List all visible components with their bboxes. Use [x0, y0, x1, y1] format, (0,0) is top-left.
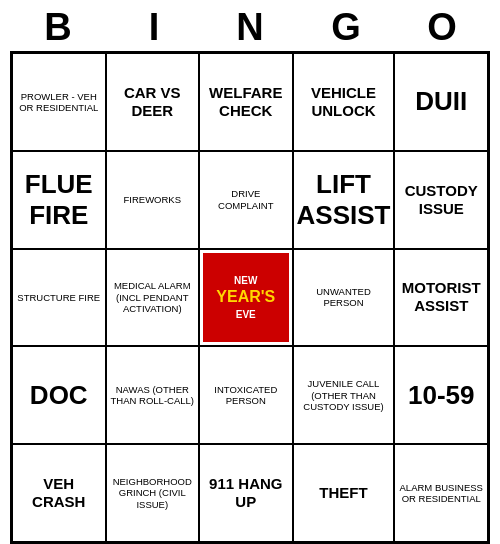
- cell-5[interactable]: FLUE FIRE: [12, 151, 106, 249]
- cell-11[interactable]: MEDICAL ALARM (INCL PENDANT ACTIVATION): [106, 249, 200, 347]
- cell-3[interactable]: VEHICLE UNLOCK: [293, 53, 395, 151]
- cell-18[interactable]: JUVENILE CALL (OTHER THAN CUSTODY ISSUE): [293, 346, 395, 444]
- cell-10[interactable]: STRUCTURE FIRE: [12, 249, 106, 347]
- cell-22[interactable]: 911 HANG UP: [199, 444, 293, 542]
- letter-b: B: [18, 6, 98, 49]
- cell-8[interactable]: LIFT ASSIST: [293, 151, 395, 249]
- cell-19[interactable]: 10-59: [394, 346, 488, 444]
- cell-1[interactable]: CAR VS DEER: [106, 53, 200, 151]
- cell-4[interactable]: DUII: [394, 53, 488, 151]
- cell-7[interactable]: DRIVE COMPLAINT: [199, 151, 293, 249]
- bingo-title: B I N G O: [10, 0, 490, 51]
- letter-g: G: [306, 6, 386, 49]
- cell-24[interactable]: ALARM BUSINESS OR RESIDENTIAL: [394, 444, 488, 542]
- cell-20[interactable]: VEH CRASH: [12, 444, 106, 542]
- cell-21[interactable]: NEIGHBORHOOD GRINCH (CIVIL ISSUE): [106, 444, 200, 542]
- bingo-grid: PROWLER - VEH OR RESIDENTIALCAR VS DEERW…: [10, 51, 490, 544]
- cell-14[interactable]: MOTORIST ASSIST: [394, 249, 488, 347]
- letter-n: N: [210, 6, 290, 49]
- cell-0[interactable]: PROWLER - VEH OR RESIDENTIAL: [12, 53, 106, 151]
- cell-23[interactable]: THEFT: [293, 444, 395, 542]
- cell-6[interactable]: FIREWORKS: [106, 151, 200, 249]
- cell-2[interactable]: WELFARE CHECK: [199, 53, 293, 151]
- letter-o: O: [402, 6, 482, 49]
- cell-12[interactable]: NEW YEAR'S EVE: [199, 249, 293, 347]
- cell-15[interactable]: DOC: [12, 346, 106, 444]
- cell-17[interactable]: INTOXICATED PERSON: [199, 346, 293, 444]
- cell-13[interactable]: UNWANTED PERSON: [293, 249, 395, 347]
- letter-i: I: [114, 6, 194, 49]
- cell-16[interactable]: NAWAS (OTHER THAN ROLL-CALL): [106, 346, 200, 444]
- cell-9[interactable]: CUSTODY ISSUE: [394, 151, 488, 249]
